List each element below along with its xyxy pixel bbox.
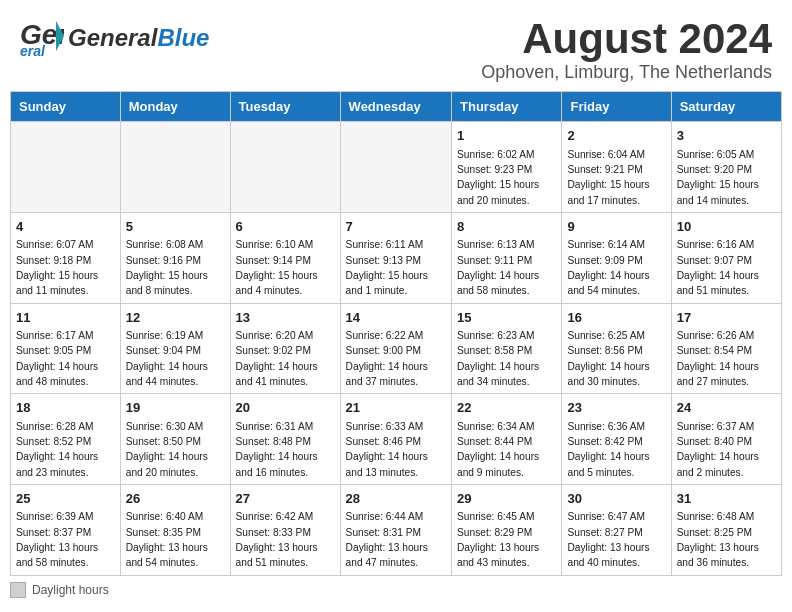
day-info: Sunrise: 6:34 AM Sunset: 8:44 PM Dayligh… [457, 419, 556, 480]
day-info: Sunrise: 6:19 AM Sunset: 9:04 PM Dayligh… [126, 328, 225, 389]
general-blue-svg: Gen eral [20, 16, 64, 56]
day-info: Sunrise: 6:40 AM Sunset: 8:35 PM Dayligh… [126, 509, 225, 570]
table-cell: 13Sunrise: 6:20 AM Sunset: 9:02 PM Dayli… [230, 303, 340, 394]
day-info: Sunrise: 6:17 AM Sunset: 9:05 PM Dayligh… [16, 328, 115, 389]
table-cell: 16Sunrise: 6:25 AM Sunset: 8:56 PM Dayli… [562, 303, 671, 394]
table-cell: 12Sunrise: 6:19 AM Sunset: 9:04 PM Dayli… [120, 303, 230, 394]
day-info: Sunrise: 6:36 AM Sunset: 8:42 PM Dayligh… [567, 419, 665, 480]
table-cell: 29Sunrise: 6:45 AM Sunset: 8:29 PM Dayli… [452, 484, 562, 575]
day-number: 3 [677, 126, 776, 146]
col-saturday: Saturday [671, 92, 781, 122]
day-number: 12 [126, 308, 225, 328]
day-info: Sunrise: 6:13 AM Sunset: 9:11 PM Dayligh… [457, 237, 556, 298]
table-cell: 26Sunrise: 6:40 AM Sunset: 8:35 PM Dayli… [120, 484, 230, 575]
table-cell: 19Sunrise: 6:30 AM Sunset: 8:50 PM Dayli… [120, 394, 230, 485]
day-info: Sunrise: 6:33 AM Sunset: 8:46 PM Dayligh… [346, 419, 446, 480]
day-number: 16 [567, 308, 665, 328]
day-number: 22 [457, 398, 556, 418]
day-number: 24 [677, 398, 776, 418]
table-cell: 14Sunrise: 6:22 AM Sunset: 9:00 PM Dayli… [340, 303, 451, 394]
logo-icon: Gen eral [20, 16, 64, 60]
page-container: Gen eral GeneralBlue August 2024 Ophoven… [0, 0, 792, 610]
table-cell: 7Sunrise: 6:11 AM Sunset: 9:13 PM Daylig… [340, 212, 451, 303]
table-cell: 31Sunrise: 6:48 AM Sunset: 8:25 PM Dayli… [671, 484, 781, 575]
table-cell: 10Sunrise: 6:16 AM Sunset: 9:07 PM Dayli… [671, 212, 781, 303]
table-cell: 9Sunrise: 6:14 AM Sunset: 9:09 PM Daylig… [562, 212, 671, 303]
day-info: Sunrise: 6:14 AM Sunset: 9:09 PM Dayligh… [567, 237, 665, 298]
table-cell: 1Sunrise: 6:02 AM Sunset: 9:23 PM Daylig… [452, 122, 562, 213]
day-info: Sunrise: 6:22 AM Sunset: 9:00 PM Dayligh… [346, 328, 446, 389]
day-info: Sunrise: 6:07 AM Sunset: 9:18 PM Dayligh… [16, 237, 115, 298]
day-number: 9 [567, 217, 665, 237]
day-info: Sunrise: 6:25 AM Sunset: 8:56 PM Dayligh… [567, 328, 665, 389]
day-number: 31 [677, 489, 776, 509]
table-cell: 4Sunrise: 6:07 AM Sunset: 9:18 PM Daylig… [11, 212, 121, 303]
table-cell [120, 122, 230, 213]
month-year-title: August 2024 [481, 16, 772, 62]
table-cell [11, 122, 121, 213]
day-number: 14 [346, 308, 446, 328]
day-number: 10 [677, 217, 776, 237]
day-info: Sunrise: 6:11 AM Sunset: 9:13 PM Dayligh… [346, 237, 446, 298]
day-number: 13 [236, 308, 335, 328]
table-cell: 11Sunrise: 6:17 AM Sunset: 9:05 PM Dayli… [11, 303, 121, 394]
table-cell: 5Sunrise: 6:08 AM Sunset: 9:16 PM Daylig… [120, 212, 230, 303]
legend-swatch [10, 582, 26, 598]
week-row-1: 4Sunrise: 6:07 AM Sunset: 9:18 PM Daylig… [11, 212, 782, 303]
table-cell: 24Sunrise: 6:37 AM Sunset: 8:40 PM Dayli… [671, 394, 781, 485]
day-info: Sunrise: 6:28 AM Sunset: 8:52 PM Dayligh… [16, 419, 115, 480]
day-number: 4 [16, 217, 115, 237]
day-info: Sunrise: 6:08 AM Sunset: 9:16 PM Dayligh… [126, 237, 225, 298]
col-thursday: Thursday [452, 92, 562, 122]
svg-text:eral: eral [20, 43, 46, 56]
day-info: Sunrise: 6:37 AM Sunset: 8:40 PM Dayligh… [677, 419, 776, 480]
day-info: Sunrise: 6:05 AM Sunset: 9:20 PM Dayligh… [677, 147, 776, 208]
day-info: Sunrise: 6:31 AM Sunset: 8:48 PM Dayligh… [236, 419, 335, 480]
day-number: 2 [567, 126, 665, 146]
table-cell: 15Sunrise: 6:23 AM Sunset: 8:58 PM Dayli… [452, 303, 562, 394]
table-cell: 3Sunrise: 6:05 AM Sunset: 9:20 PM Daylig… [671, 122, 781, 213]
col-friday: Friday [562, 92, 671, 122]
table-cell: 8Sunrise: 6:13 AM Sunset: 9:11 PM Daylig… [452, 212, 562, 303]
week-row-2: 11Sunrise: 6:17 AM Sunset: 9:05 PM Dayli… [11, 303, 782, 394]
col-wednesday: Wednesday [340, 92, 451, 122]
day-number: 27 [236, 489, 335, 509]
day-number: 17 [677, 308, 776, 328]
day-number: 6 [236, 217, 335, 237]
table-cell: 23Sunrise: 6:36 AM Sunset: 8:42 PM Dayli… [562, 394, 671, 485]
logo-area: Gen eral GeneralBlue [20, 16, 209, 60]
logo-text-group: GeneralBlue [68, 26, 209, 50]
day-number: 21 [346, 398, 446, 418]
day-info: Sunrise: 6:20 AM Sunset: 9:02 PM Dayligh… [236, 328, 335, 389]
table-cell: 22Sunrise: 6:34 AM Sunset: 8:44 PM Dayli… [452, 394, 562, 485]
day-number: 30 [567, 489, 665, 509]
day-number: 1 [457, 126, 556, 146]
col-tuesday: Tuesday [230, 92, 340, 122]
day-info: Sunrise: 6:42 AM Sunset: 8:33 PM Dayligh… [236, 509, 335, 570]
day-info: Sunrise: 6:45 AM Sunset: 8:29 PM Dayligh… [457, 509, 556, 570]
week-row-4: 25Sunrise: 6:39 AM Sunset: 8:37 PM Dayli… [11, 484, 782, 575]
day-number: 29 [457, 489, 556, 509]
day-number: 7 [346, 217, 446, 237]
table-cell: 18Sunrise: 6:28 AM Sunset: 8:52 PM Dayli… [11, 394, 121, 485]
day-info: Sunrise: 6:04 AM Sunset: 9:21 PM Dayligh… [567, 147, 665, 208]
logo-blue-text: Blue [157, 24, 209, 51]
day-number: 8 [457, 217, 556, 237]
day-number: 11 [16, 308, 115, 328]
legend-label: Daylight hours [32, 583, 109, 597]
table-cell: 21Sunrise: 6:33 AM Sunset: 8:46 PM Dayli… [340, 394, 451, 485]
day-number: 28 [346, 489, 446, 509]
table-cell: 2Sunrise: 6:04 AM Sunset: 9:21 PM Daylig… [562, 122, 671, 213]
day-info: Sunrise: 6:10 AM Sunset: 9:14 PM Dayligh… [236, 237, 335, 298]
day-info: Sunrise: 6:26 AM Sunset: 8:54 PM Dayligh… [677, 328, 776, 389]
title-section: August 2024 Ophoven, Limburg, The Nether… [481, 16, 772, 83]
day-info: Sunrise: 6:47 AM Sunset: 8:27 PM Dayligh… [567, 509, 665, 570]
day-number: 15 [457, 308, 556, 328]
logo-general-text: GeneralBlue [68, 26, 209, 50]
day-number: 26 [126, 489, 225, 509]
table-cell: 20Sunrise: 6:31 AM Sunset: 8:48 PM Dayli… [230, 394, 340, 485]
day-info: Sunrise: 6:02 AM Sunset: 9:23 PM Dayligh… [457, 147, 556, 208]
day-number: 25 [16, 489, 115, 509]
calendar-header-row: Sunday Monday Tuesday Wednesday Thursday… [11, 92, 782, 122]
table-cell: 25Sunrise: 6:39 AM Sunset: 8:37 PM Dayli… [11, 484, 121, 575]
